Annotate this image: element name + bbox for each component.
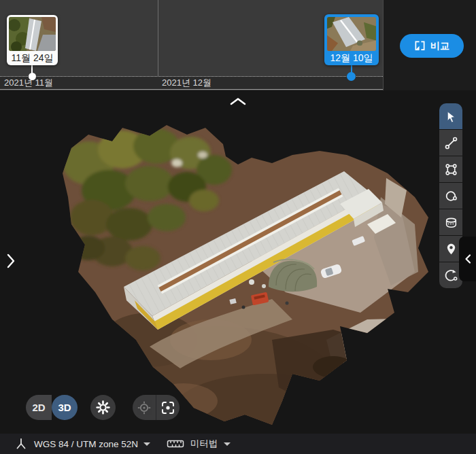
locate-controls xyxy=(133,395,180,420)
capture-dot-dec10[interactable] xyxy=(347,72,356,81)
chevron-up-icon[interactable] xyxy=(229,97,247,106)
timeline-bar: 2021년 11월 2021년 12월 11월 24일 xyxy=(0,0,476,90)
capture-date-label: 11월 24일 xyxy=(9,51,56,65)
chevron-right-icon[interactable] xyxy=(5,252,16,270)
chevron-left-icon xyxy=(464,254,471,264)
capture-card-dec10[interactable]: 12월 10일 xyxy=(324,14,379,65)
gps-crosshair-icon xyxy=(137,400,152,415)
tool-select-cursor[interactable] xyxy=(439,103,462,129)
capture-thumbnail xyxy=(9,17,56,51)
mode-2d-button[interactable]: 2D xyxy=(26,395,52,420)
crs-label: WGS 84 / UTM zone 52N xyxy=(34,439,138,449)
capture-thumbnail xyxy=(327,17,376,51)
crs-dropdown[interactable]: WGS 84 / UTM zone 52N xyxy=(15,438,150,450)
month-row: 2021년 11월 2021년 12월 xyxy=(0,77,383,90)
mode-3d-button[interactable]: 3D xyxy=(52,395,78,420)
compare-button-label: 비교 xyxy=(430,40,449,52)
right-panel-handle[interactable] xyxy=(459,237,476,281)
gps-locate-button[interactable] xyxy=(133,395,156,420)
capture-card-nov24[interactable]: 11월 24일 xyxy=(7,15,58,65)
chevron-down-icon xyxy=(143,442,150,446)
tool-measure-circle[interactable] xyxy=(439,183,462,209)
polygon-area-icon xyxy=(444,162,458,177)
map-3d-viewport: 2D 3D xyxy=(0,90,476,434)
ruler-icon xyxy=(167,438,184,450)
volume-cylinder-icon xyxy=(444,215,458,230)
circle-icon xyxy=(444,189,458,203)
tool-measure-area[interactable] xyxy=(439,156,462,182)
compare-icon xyxy=(414,40,426,52)
compare-area: 비교 xyxy=(384,0,476,90)
datum-axis-icon xyxy=(15,438,27,450)
location-pin-icon xyxy=(444,242,458,256)
tool-measure-distance[interactable] xyxy=(439,130,462,156)
chevron-down-icon xyxy=(224,442,231,446)
3d-model-photogrammetry[interactable] xyxy=(48,116,428,434)
month-label-november[interactable]: 2021년 11월 xyxy=(0,77,158,90)
status-bar: WGS 84 / UTM zone 52N 미터법 xyxy=(0,434,476,454)
center-focus-icon xyxy=(160,400,175,415)
units-label: 미터법 xyxy=(190,438,218,450)
rotate-orbit-icon xyxy=(444,268,458,283)
units-dropdown[interactable]: 미터법 xyxy=(167,438,231,450)
tool-measure-volume[interactable] xyxy=(439,209,462,235)
gear-icon xyxy=(96,400,110,415)
capture-dot-nov24[interactable] xyxy=(29,73,36,80)
settings-button[interactable] xyxy=(90,395,116,420)
distance-icon xyxy=(444,136,458,150)
capture-date-label: 12월 10일 xyxy=(327,51,376,65)
view-mode-toggle: 2D 3D xyxy=(26,395,78,420)
compare-button[interactable]: 비교 xyxy=(400,34,464,58)
cursor-icon xyxy=(444,109,458,124)
timeline-track[interactable]: 2021년 11월 2021년 12월 11월 24일 xyxy=(0,0,383,90)
